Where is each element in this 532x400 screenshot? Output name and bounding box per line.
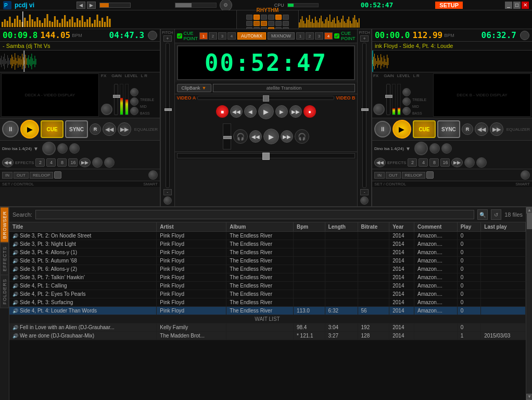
col-play[interactable]: Play [457,222,481,232]
cue-btn-4[interactable]: 4 [227,32,236,40]
col-album[interactable]: Album [226,222,294,232]
table-row[interactable]: 🔊Side 3, Pt. 6: Allons-y (2) Pink Floyd … [9,265,526,273]
video-rew-btn[interactable]: ◀ [244,105,257,118]
table-row[interactable]: 🔊Side 4, Pt. 2: Eyes To Pearls Pink Floy… [9,290,526,298]
deck-a-next-btn[interactable]: ▶▶ [118,122,131,136]
video-crossfader[interactable] [197,96,334,100]
deck-b-r-btn[interactable]: R [462,123,473,135]
headphone2-btn[interactable]: 🎧 [295,129,309,144]
deck-a-ff-btn[interactable]: ▶▶ [79,158,91,167]
deck-b-version-arrow[interactable]: ▼ [406,146,411,152]
deck-a-in-btn[interactable]: IN [2,172,12,179]
deck-a-pause-btn[interactable]: ⏸ [2,121,19,138]
table-row[interactable]: 🔊Side 3, Pt. 5: Autumn '68 Pink Floyd Th… [9,257,526,265]
video-ff2-btn[interactable]: ▶▶ [281,130,293,143]
cue-btn-r2[interactable]: 2 [306,32,314,40]
video-prev-btn[interactable]: ◀◀ [230,105,243,118]
deck-b-bpm-knob[interactable] [520,31,529,40]
headphone-btn[interactable]: 🎧 [233,129,248,144]
deck-a-smart-knob[interactable] [148,170,158,180]
video-stop-btn[interactable]: ■ [216,105,229,118]
waitlist-row[interactable]: 🔊Fell in Love with an Alien (DJ-Grauhaar… [9,323,526,332]
waveform-left[interactable]: // Will be replaced by inline SVG wavefo… [0,10,236,29]
col-bitrate[interactable]: Bitrate [358,222,389,232]
deck-b-lock-icon[interactable] [426,171,434,179]
scroll-thumb[interactable] [527,214,532,229]
cue-btn-2[interactable]: 2 [209,32,217,40]
clipbank-btn[interactable]: ClipBank ▼ [177,84,211,92]
nav-forward-btn[interactable]: ▶ [87,2,96,9]
video-ff-btn[interactable]: ▶▶ [289,105,302,118]
deck-b-mid-knob[interactable] [402,97,411,106]
deck-b-knob2[interactable] [429,143,440,154]
deck-b-play-btn[interactable]: ▶ [392,120,411,139]
video-volume-slider[interactable] [223,123,231,149]
table-row[interactable]: 🔊Side 3, Pt. 7: Talkin' Hawkin' Pink Flo… [9,273,526,282]
cue-btn-r1[interactable]: 1 [296,32,305,40]
col-title[interactable]: Title [9,222,157,232]
video-prev2-btn[interactable]: ◀◀ [249,130,262,143]
cue-btn-r3[interactable]: 3 [315,32,323,40]
cue-btn-r4[interactable]: 4 [324,32,333,40]
deck-b-cue-check[interactable] [334,33,339,39]
deck-a-out-btn[interactable]: OUT [14,172,29,179]
video-play2-btn[interactable]: ▶ [263,129,279,144]
deck-b-reloop-btn[interactable]: RELOOP [402,172,425,179]
col-comment[interactable]: Comment [414,222,458,232]
deck-b-ff-btn[interactable]: ▶▶ [451,158,463,167]
waitlist-row[interactable]: 🔊We are done (DJ-Grauhaar-Mix) The Madde… [9,332,526,340]
deck-a-cue-btn[interactable]: CUE [41,120,64,138]
maximize-btn[interactable]: □ [513,2,521,9]
deck-a-pitch-slider[interactable] [166,43,170,188]
audio-crossfader-handle[interactable] [262,153,270,160]
deck-b-treble-knob[interactable] [402,88,411,96]
search-input[interactable] [35,210,474,219]
table-row[interactable]: 🔊Side 4, Pt. 3: Surfacing Pink Floyd The… [9,298,526,307]
deck-a-pitch-handle[interactable] [164,108,172,111]
scroll-track[interactable] [526,214,532,394]
deck-a-effect-2[interactable]: 2 [35,158,45,167]
scroll-up-btn[interactable]: ▲ [526,207,532,214]
table-row[interactable]: 🔊Side 3, Pt. 4: Allons-y (1) Pink Floyd … [9,248,526,257]
deck-b-waveform[interactable] [372,51,532,72]
nav-back-btn[interactable]: ◀ [77,2,85,9]
deck-b-effect-4[interactable]: 4 [419,158,428,167]
audio-crossfader[interactable] [177,153,356,158]
waveform-right[interactable] [299,10,532,29]
col-bpm[interactable]: Bpm [293,222,325,232]
deck-b-sync-btn[interactable]: SYNC [437,120,460,138]
deck-a-treble-knob[interactable] [130,88,138,96]
deck-a-effect-16[interactable]: 16 [68,158,78,167]
deck-a-knob2[interactable] [57,143,68,154]
search-btn[interactable]: 🔍 [477,209,488,220]
deck-b-pause-btn[interactable]: ⏸ [374,121,391,138]
deck-a-knob3[interactable] [69,143,80,154]
deck-a-version-arrow[interactable]: ▼ [33,146,39,152]
table-row[interactable]: 🔊Side 4, Pt. 1: Calling Pink Floyd The E… [9,282,526,290]
table-row[interactable]: 🔊Side 4, Pt. 4: Louder Than Words Pink F… [9,307,526,315]
col-length[interactable]: Length [325,222,358,232]
deck-b-gain-fader[interactable] [386,84,390,115]
deck-a-bass-knob[interactable] [130,107,138,115]
satellite-btn[interactable]: atellite Transition [213,84,356,92]
setup-button[interactable]: SETUP [435,2,463,9]
deck-a-effect-knob2[interactable] [104,157,115,168]
automix-btn[interactable]: AUTOMIX [237,32,266,40]
table-row[interactable]: 🔊Side 3, Pt. 2: On Noodle Street Pink Fl… [9,232,526,240]
deck-a-play-btn[interactable]: ▶ [20,120,39,139]
deck-a-pitch-down[interactable]: - [163,189,172,195]
col-year[interactable]: Year [389,222,414,232]
deck-b-effect-8[interactable]: 8 [429,158,439,167]
mixnow-btn[interactable]: MIXNOW [268,32,295,40]
deck-a-reloop-btn[interactable]: RELOOP [30,172,53,179]
deck-a-sync-btn[interactable]: SYNC [65,120,88,138]
deck-a-gain-fader[interactable] [114,84,118,115]
deck-b-pitch-knob[interactable] [360,196,369,205]
folders-tab[interactable]: FOLDERS [0,275,9,308]
deck-a-big-knob[interactable] [42,142,56,155]
deck-b-pitch-down[interactable]: - [360,189,369,195]
deck-a-prev-btn[interactable]: ◀◀ [103,122,116,136]
deck-a-rew-btn[interactable]: ◀◀ [2,158,14,167]
cue-btn-1[interactable]: 1 [199,32,208,40]
video-rec-btn[interactable]: ● [303,105,316,118]
